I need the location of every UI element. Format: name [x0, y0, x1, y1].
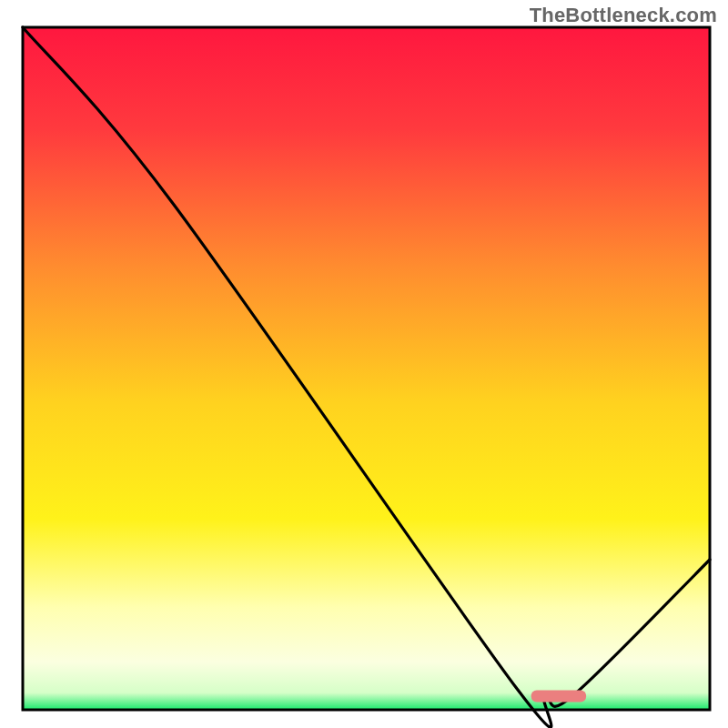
chart-container: TheBottleneck.com [0, 0, 728, 728]
plot-background [23, 27, 710, 710]
watermark-text: TheBottleneck.com [530, 4, 717, 27]
highlight-marker [531, 691, 586, 703]
chart-svg [0, 0, 728, 728]
